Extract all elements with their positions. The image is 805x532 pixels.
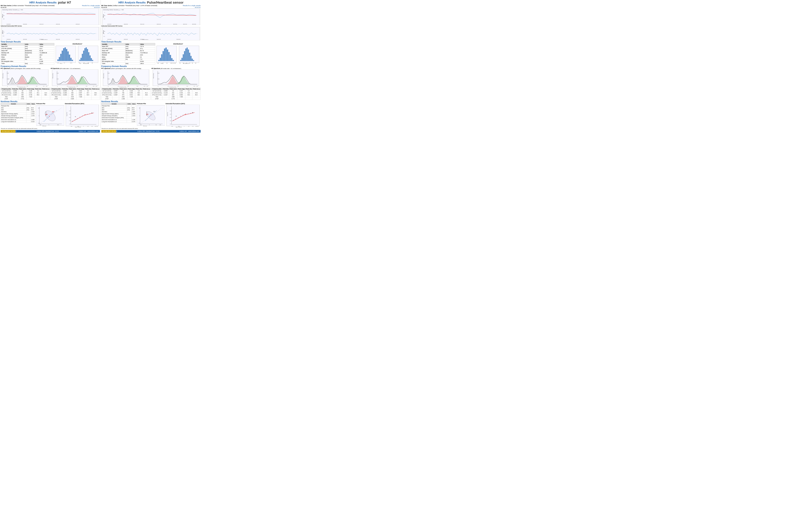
svg-rect-196 xyxy=(183,54,184,61)
svg-text:0.01: 0.01 xyxy=(108,78,109,79)
fft-block-pulse: FFT spectrum (Welch's periodogram: 300 s… xyxy=(101,68,151,88)
svg-text:RRₙ₊₁ (ms): RRₙ₊₁ (ms) xyxy=(146,111,147,116)
svg-rect-187 xyxy=(173,60,174,61)
fft-title-pulse: FFT spectrum (Welch's periodogram: 300 s… xyxy=(101,68,151,69)
table-row: LF/HF0.721 xyxy=(1,98,50,100)
svg-rect-44 xyxy=(85,48,86,61)
table-row: RR triangular index8.824 xyxy=(101,60,155,62)
svg-text:-50: -50 xyxy=(138,123,140,124)
table-row: Long-term fluctuations α20.279 xyxy=(101,121,136,123)
svg-rect-202 xyxy=(190,56,191,61)
svg-point-257 xyxy=(146,119,147,120)
freq-table-row-polar: Frequency (Hz) Peak (Hz) Power (ms²) Pow… xyxy=(1,88,100,100)
svg-text:0.9 1: 0.9 1 xyxy=(70,62,72,63)
svg-point-255 xyxy=(154,112,155,113)
table-row: pNNxx(%)7.0 xyxy=(101,58,155,60)
ar-block-pulse: AR Spectrum (AR model order = 16, not fa… xyxy=(151,68,201,88)
table-row: SD2(ms)47.8 xyxy=(101,109,136,111)
svg-text:0.2: 0.2 xyxy=(177,86,179,87)
time-domain-title-polar: Time-Domain Results xyxy=(1,41,100,43)
panel-pulse: HRV Analysis Results Pulse/Heartbeat sen… xyxy=(101,0,201,133)
svg-text:log₁₀ F(n): log₁₀ F(n) xyxy=(167,112,168,116)
table-row: STD RR (SDNN)(ms)37.1 xyxy=(101,48,155,50)
svg-text:HR (beats/min): HR (beats/min) xyxy=(83,63,89,64)
svg-point-123 xyxy=(77,118,78,119)
detrended-svg-pulse: RR (s) 00:00:00 00:00:50 00:01:40 00:02:… xyxy=(101,27,201,40)
svg-text:150: 150 xyxy=(160,125,161,125)
svg-text:0.65: 0.65 xyxy=(157,63,159,64)
detrend-label-polar: Detrending method: Smoothnₚᵣᵢₒᵣₐ = 500 xyxy=(2,9,23,11)
svg-text:RR (s): RR (s) xyxy=(161,63,163,64)
svg-text:Frequency (Hz): Frequency (Hz) xyxy=(69,87,75,88)
svg-text:log₁₀ n (beats): log₁₀ n (beats) xyxy=(176,127,182,128)
svg-point-99 xyxy=(45,120,46,120)
table-row: Poincare Plot xyxy=(1,105,36,107)
svg-text:-1.8: -1.8 xyxy=(170,124,171,125)
svg-text:α₂: α₂ xyxy=(91,112,92,113)
table-row: Total15197.328 xyxy=(51,96,100,98)
svg-point-276 xyxy=(175,119,176,119)
svg-text:-1.2: -1.2 xyxy=(69,114,71,115)
col-units-polar: Units xyxy=(24,43,39,45)
svg-text:1.6: 1.6 xyxy=(95,126,96,127)
table-row: HF (0.15-0.4 Hz)0.15008046.69052.954.7 xyxy=(51,94,100,96)
svg-rect-199 xyxy=(186,48,188,61)
distributions-pulse: Distributions* 0.65 0.7 xyxy=(156,43,201,65)
chart-info-bar-pulse: RR Time Series (Artifact correction "Thr… xyxy=(101,5,201,6)
svg-rect-34 xyxy=(72,60,73,61)
detrended-chart-polar: RR (s) 00:00:00 00:00:50 00:01:40 00:02:… xyxy=(1,27,100,40)
distributions-polar: Distributions* 0.5 xyxy=(55,43,100,65)
svg-text:0.2: 0.2 xyxy=(127,86,129,87)
footnote-polar: *Results are calculated from the non-det… xyxy=(1,128,100,129)
svg-rect-177 xyxy=(158,60,160,61)
svg-text:0.02: 0.02 xyxy=(57,73,59,74)
svg-text:0.2: 0.2 xyxy=(76,86,78,87)
fft-svg-polar: PSD (s²/Hz) 0.01 0.005 xyxy=(1,70,50,88)
svg-text:50: 50 xyxy=(156,125,157,125)
table-row: Short-term fluctuations α11.130 xyxy=(101,119,136,121)
svg-rect-30 xyxy=(66,49,67,61)
freq-table-right-polar: Frequency (Hz) Peak (Hz) Power (ms²) Pow… xyxy=(51,88,100,100)
rr-timeseries-chart-polar: Detrending method: Smoothnₚᵣᵢₒᵣₐ = 500 R… xyxy=(1,8,100,25)
time-domain-title-pulse: Time-Domain Results xyxy=(101,41,201,43)
freq-title-pulse: Frequency-Domain Results xyxy=(101,65,201,68)
svg-text:00:01:40: 00:01:40 xyxy=(140,24,144,25)
table-row: RMSSD(ms)29.5 xyxy=(101,54,155,56)
svg-text:0.6: 0.6 xyxy=(71,126,72,127)
svg-text:-100: -100 xyxy=(140,125,142,125)
table-row: HF (0.15-0.4 Hz)0.21678046.69054.056.4 xyxy=(151,94,201,96)
table-row: RMSSD(ms)45.6 xyxy=(1,54,54,56)
svg-point-246 xyxy=(149,116,150,117)
rr-series-info-pulse: RR Time Series (Artifact correction "Thr… xyxy=(101,5,201,8)
svg-rect-203 xyxy=(192,59,193,61)
table-row: SD2(ms)49.3 xyxy=(1,109,36,111)
svg-text:00:00:00: 00:00:00 xyxy=(107,24,111,25)
svg-rect-43 xyxy=(83,51,84,61)
table-row: STD RR (SDNN)(ms)41.6 xyxy=(1,48,54,50)
svg-text:α₁: α₁ xyxy=(75,116,76,117)
footer-company-pulse: Kubios Ltd. - www.kubios.com xyxy=(180,130,199,132)
svg-text:0.4: 0.4 xyxy=(93,86,94,87)
footer-software-pulse: Kubios HRV Standard (ver. 3.0.0) xyxy=(137,130,159,132)
table-row: SD1(ms)20.9 xyxy=(101,107,136,109)
svg-text:-1.2: -1.2 xyxy=(170,114,171,115)
panel-header-polar: HRV Analysis Results polar H7 xyxy=(1,1,100,4)
svg-text:0.01: 0.01 xyxy=(7,73,9,74)
chart-info-bar-polar: RR Time Series (Artifact correction "Thr… xyxy=(1,5,100,6)
svg-text:0.4: 0.4 xyxy=(43,86,44,87)
svg-text:log₁₀ F(n): log₁₀ F(n) xyxy=(66,112,67,116)
table-row: Mean HR*(beats/min)81.40 xyxy=(1,50,54,52)
time-domain-section-pulse: Variable Units Value Mean RR*(ms)727.5ST… xyxy=(101,43,201,65)
svg-rect-194 xyxy=(180,60,181,61)
col-variable-polar: Variable xyxy=(1,43,24,45)
svg-text:1.2: 1.2 xyxy=(87,126,89,127)
hrv-title-polar: HRV Analysis Results xyxy=(30,1,57,4)
poincare-title-pulse: Poincare Plot xyxy=(137,103,165,104)
table-row: VLF (0-0.04 Hz)0.0400634.1374.2 xyxy=(151,90,201,92)
svg-rect-47 xyxy=(88,52,90,61)
svg-rect-28 xyxy=(63,48,64,61)
svg-text:0.7: 0.7 xyxy=(64,62,65,63)
svg-point-258 xyxy=(156,111,157,111)
svg-text:PSD (s²/Hz): PSD (s²/Hz) xyxy=(52,73,53,78)
table-row: Mean RR*(ms)739.8 xyxy=(1,45,54,48)
